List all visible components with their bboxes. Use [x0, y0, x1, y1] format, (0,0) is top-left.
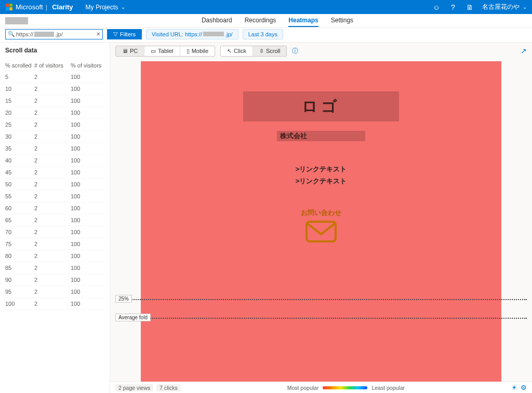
chevron-down-icon: ⌄ — [523, 4, 527, 10]
table-header: % scrolled # of visitors % of visitors — [5, 60, 104, 71]
scroll-line-25 — [115, 299, 527, 300]
tab-heatmaps[interactable]: Heatmaps — [288, 15, 318, 27]
cell-visitors: 2 — [34, 110, 71, 116]
info-icon[interactable]: ⓘ — [292, 47, 298, 56]
cell-scrolled: 35 — [5, 145, 34, 152]
heatmap-toolbar: 🖥PC ▭Tablet ▯Mobile ↖Click ⇳Scroll ⓘ ↗ — [110, 43, 532, 59]
visited-url-chip[interactable]: Visited URL: https:// .jp/ — [146, 29, 238, 39]
share-icon[interactable]: ↗ — [521, 47, 527, 55]
table-row: 502100 — [5, 179, 104, 191]
tab-settings[interactable]: Settings — [331, 15, 353, 27]
mode-scroll[interactable]: ⇳Scroll — [253, 46, 287, 56]
table-row: 752100 — [5, 238, 104, 250]
cell-pct: 100 — [71, 193, 102, 199]
filter-row: 🔍 https:// .jp/ ✕ ▽ Filters Visited URL:… — [0, 28, 532, 43]
device-mobile[interactable]: ▯Mobile — [180, 46, 215, 56]
redacted-block — [203, 32, 224, 36]
cell-scrolled: 90 — [5, 277, 34, 283]
cell-scrolled: 40 — [5, 157, 34, 164]
legend-most: Most popular — [287, 385, 319, 391]
clear-icon[interactable]: ✕ — [96, 31, 100, 37]
cell-scrolled: 55 — [5, 193, 34, 199]
settings-icon[interactable]: ⚙ — [521, 384, 527, 391]
cell-pct: 100 — [71, 217, 102, 223]
visited-suffix: .jp/ — [225, 31, 233, 37]
filters-label: Filters — [120, 31, 136, 37]
cell-pct: 100 — [71, 74, 102, 80]
legend-gradient — [323, 386, 367, 389]
cell-scrolled: 50 — [5, 181, 34, 187]
top-bar: Microsoft | Clarity My Projects ⌄ ☺ ? 🗎 … — [0, 0, 532, 14]
mode-click[interactable]: ↖Click — [221, 46, 253, 56]
cell-scrolled: 95 — [5, 289, 34, 295]
mock-links: >リンクテキスト >リンクテキスト — [274, 163, 368, 187]
table-row: 652100 — [5, 214, 104, 226]
date-range-chip[interactable]: Last 3 days — [243, 29, 283, 39]
cell-visitors: 2 — [34, 217, 71, 223]
mobile-icon: ▯ — [187, 48, 190, 55]
cell-pct: 100 — [71, 157, 102, 164]
cell-visitors: 2 — [34, 241, 71, 247]
table-body: 5210010210015210020210025210030210035210… — [5, 71, 104, 310]
cell-visitors: 2 — [34, 277, 71, 283]
cell-scrolled: 30 — [5, 133, 34, 140]
cell-scrolled: 60 — [5, 205, 34, 211]
sidebar: Scroll data % scrolled # of visitors % o… — [0, 43, 110, 393]
redacted-block — [5, 17, 28, 24]
cell-pct: 100 — [71, 98, 102, 104]
svg-rect-0 — [307, 222, 336, 241]
date-range-label: Last 3 days — [248, 31, 277, 37]
cell-visitors: 2 — [34, 98, 71, 104]
cell-scrolled: 15 — [5, 98, 34, 104]
brand-app: Clarity — [52, 3, 73, 11]
project-dropdown[interactable]: My Projects ⌄ — [86, 4, 126, 11]
table-row: 202100 — [5, 107, 104, 119]
filters-button[interactable]: ▽ Filters — [107, 29, 142, 39]
search-icon: 🔍 — [8, 31, 15, 37]
mobile-label: Mobile — [192, 48, 208, 54]
device-pc[interactable]: 🖥PC — [116, 46, 144, 56]
scroll-label: Scroll — [266, 48, 281, 54]
cell-scrolled: 65 — [5, 217, 34, 223]
cell-visitors: 2 — [34, 193, 71, 199]
url-suffix: .jp/ — [55, 31, 63, 37]
cell-pct: 100 — [71, 253, 102, 259]
cell-visitors: 2 — [34, 86, 71, 92]
cell-visitors: 2 — [34, 169, 71, 175]
cell-scrolled: 85 — [5, 265, 34, 271]
cell-pct: 100 — [71, 181, 102, 187]
cell-pct: 100 — [71, 110, 102, 116]
cell-pct: 100 — [71, 169, 102, 175]
table-row: 552100 — [5, 191, 104, 202]
feedback-icon[interactable]: ☺ — [432, 3, 441, 11]
cell-pct: 100 — [71, 289, 102, 295]
tab-recordings[interactable]: Recordings — [245, 15, 276, 27]
whatsnew-icon[interactable]: 🗎 — [466, 3, 474, 11]
cell-pct: 100 — [71, 229, 102, 235]
cell-visitors: 2 — [34, 74, 71, 80]
device-segment: 🖥PC ▭Tablet ▯Mobile — [115, 46, 215, 57]
microsoft-logo-icon — [5, 4, 12, 11]
table-row: 102100 — [5, 83, 104, 95]
cell-pct: 100 — [71, 205, 102, 211]
help-icon[interactable]: ? — [449, 3, 457, 11]
pc-icon: 🖥 — [122, 48, 128, 54]
device-tablet[interactable]: ▭Tablet — [144, 46, 180, 56]
user-menu[interactable]: 名古屋花のや ⌄ — [482, 3, 527, 11]
table-row: 352100 — [5, 143, 104, 155]
user-name: 名古屋花のや — [482, 3, 520, 11]
heatmap-canvas: ロゴ 株式会社 >リンクテキスト >リンクテキスト お問い合わせ 25% Ave… — [110, 59, 532, 382]
brand-ms: Microsoft — [16, 3, 43, 11]
click-label: Click — [234, 48, 246, 54]
tab-dashboard[interactable]: Dashboard — [202, 15, 232, 27]
table-row: 152100 — [5, 95, 104, 107]
table-row: 902100 — [5, 274, 104, 286]
brightness-icon[interactable]: ☀ — [511, 384, 517, 391]
fold-line — [115, 318, 527, 319]
page-mock: ロゴ 株式会社 >リンクテキスト >リンクテキスト お問い合わせ — [141, 61, 501, 382]
cell-visitors: 2 — [34, 181, 71, 187]
cell-visitors: 2 — [34, 145, 71, 152]
main: Scroll data % scrolled # of visitors % o… — [0, 43, 532, 393]
table-row: 702100 — [5, 226, 104, 238]
url-search-input[interactable]: 🔍 https:// .jp/ ✕ — [5, 29, 103, 39]
